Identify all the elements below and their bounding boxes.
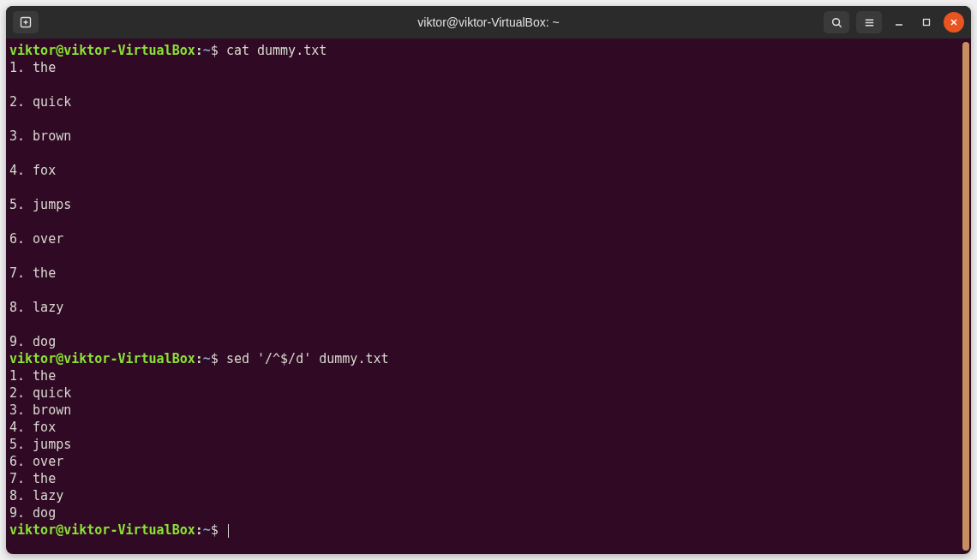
- output-line: 7. the: [9, 265, 56, 281]
- prompt-user-host: viktor@viktor-VirtualBox: [9, 43, 195, 58]
- prompt-line: viktor@viktor-VirtualBox:~$: [9, 522, 229, 538]
- search-button[interactable]: [824, 11, 849, 33]
- output-line: 9. dog: [9, 334, 56, 349]
- new-tab-button[interactable]: [13, 11, 39, 33]
- title-bar-left: [6, 11, 39, 33]
- prompt-user-host: viktor@viktor-VirtualBox: [9, 351, 195, 366]
- minimize-button[interactable]: [889, 12, 909, 33]
- output-line: 7. the: [9, 471, 56, 486]
- maximize-button[interactable]: [916, 12, 937, 33]
- prompt-user-host: viktor@viktor-VirtualBox: [9, 522, 195, 538]
- close-button[interactable]: [944, 12, 964, 33]
- maximize-icon: [922, 18, 931, 27]
- minimize-icon: [895, 18, 903, 27]
- title-bar: viktor@viktor-VirtualBox: ~: [6, 6, 971, 39]
- search-icon: [830, 16, 843, 29]
- output-line: 3. brown: [9, 128, 71, 144]
- output-line: 1. the: [9, 60, 56, 75]
- prompt-path: ~: [203, 351, 211, 366]
- prompt-path: ~: [203, 522, 211, 538]
- prompt-separator: :: [195, 522, 203, 538]
- prompt-separator: :: [195, 43, 203, 58]
- output-line: 9. dog: [9, 505, 56, 521]
- prompt-path: ~: [203, 43, 211, 58]
- cursor: [228, 524, 229, 538]
- command-text: cat dummy.txt: [226, 43, 327, 58]
- output-line: 3. brown: [9, 402, 71, 418]
- prompt-line: viktor@viktor-VirtualBox:~$ cat dummy.tx…: [9, 43, 327, 58]
- command-text: sed '/^$/d' dummy.txt: [226, 351, 389, 366]
- scrollbar-thumb[interactable]: [962, 42, 969, 551]
- prompt-symbol: $: [211, 43, 226, 58]
- svg-point-3: [832, 18, 839, 25]
- menu-button[interactable]: [856, 11, 882, 33]
- scrollbar-track[interactable]: [961, 39, 971, 554]
- title-bar-right: [824, 11, 964, 33]
- output-line: 8. lazy: [9, 300, 63, 315]
- terminal-body[interactable]: viktor@viktor-VirtualBox:~$ cat dummy.tx…: [6, 39, 971, 554]
- output-line: 5. jumps: [9, 197, 71, 212]
- close-icon: [950, 18, 958, 27]
- svg-line-4: [838, 24, 841, 27]
- output-line: 8. lazy: [9, 488, 63, 503]
- output-line: 4. fox: [9, 420, 56, 435]
- prompt-symbol: $: [211, 522, 226, 538]
- prompt-symbol: $: [211, 351, 226, 366]
- output-line: 4. fox: [9, 163, 56, 178]
- output-line: 6. over: [9, 454, 63, 469]
- output-line: 2. quick: [9, 94, 71, 110]
- output-line: 5. jumps: [9, 437, 71, 452]
- new-tab-icon: [19, 15, 33, 29]
- output-line: 1. the: [9, 368, 56, 384]
- terminal-window: viktor@viktor-VirtualBox: ~: [6, 6, 971, 554]
- prompt-separator: :: [195, 351, 203, 366]
- prompt-line: viktor@viktor-VirtualBox:~$ sed '/^$/d' …: [9, 351, 389, 366]
- svg-rect-9: [924, 20, 930, 26]
- hamburger-icon: [863, 16, 876, 29]
- output-line: 2. quick: [9, 385, 71, 401]
- output-line: 6. over: [9, 231, 63, 247]
